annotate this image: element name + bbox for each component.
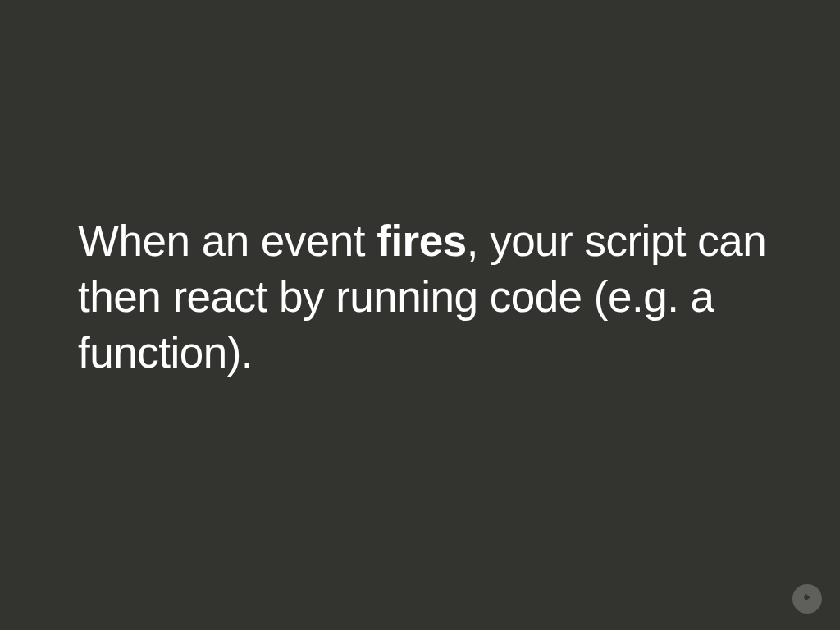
slide-body-text: When an event fires, your script can the…: [78, 213, 799, 380]
arrow-right-icon: [800, 590, 815, 608]
text-segment-before: When an event: [78, 217, 377, 265]
text-segment-bold: fires: [377, 217, 466, 265]
next-slide-button[interactable]: [792, 584, 822, 614]
